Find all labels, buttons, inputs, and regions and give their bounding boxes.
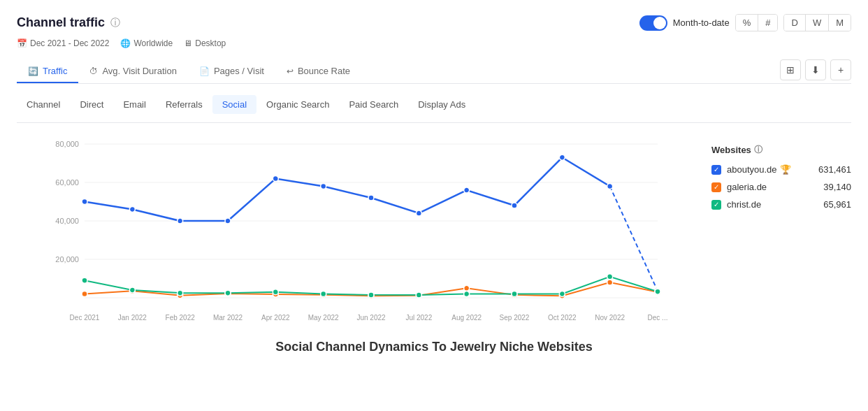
svg-point-60: [607, 274, 613, 280]
svg-text:Nov 2022: Nov 2022: [595, 314, 625, 322]
controls-right: Month-to-date % # D W M: [639, 14, 851, 31]
date-range-item: 📅 Dec 2021 - Dec 2022: [17, 38, 109, 48]
svg-point-55: [368, 292, 374, 298]
toggle-container: Month-to-date: [639, 15, 730, 31]
page-title: Channel traffic: [17, 15, 105, 30]
svg-point-24: [129, 207, 135, 212]
legend: Websites ⓘ ✓ aboutyou.de 🏆 631,461 ✓ gal…: [697, 130, 851, 326]
svg-text:Oct 2022: Oct 2022: [548, 314, 577, 322]
legend-value: 631,461: [818, 164, 851, 175]
legend-title: Websites ⓘ: [711, 144, 851, 156]
week-btn[interactable]: W: [806, 15, 829, 31]
tab-icon: 📄: [199, 66, 210, 76]
legend-label: aboutyou.de 🏆: [727, 164, 791, 175]
channel-tab-channel[interactable]: Channel: [17, 95, 70, 114]
svg-text:Sep 2022: Sep 2022: [500, 314, 530, 322]
svg-point-59: [559, 291, 565, 297]
device-item: 🖥 Desktop: [184, 38, 226, 48]
svg-point-51: [178, 290, 183, 296]
legend-label: christ.de: [727, 199, 761, 210]
device: Desktop: [195, 38, 226, 48]
legend-item-galeriade: ✓ galeria.de 39,140: [711, 182, 851, 192]
legend-checkbox[interactable]: ✓: [711, 165, 721, 175]
svg-point-25: [178, 218, 183, 224]
channel-tab-organic-search[interactable]: Organic Search: [256, 95, 339, 114]
meta-row: 📅 Dec 2021 - Dec 2022 🌐 Worldwide 🖥 Desk…: [17, 38, 851, 48]
svg-line-22: [610, 187, 658, 291]
legend-value: 65,961: [823, 199, 851, 210]
metric-tab-pages---visit[interactable]: 📄Pages / Visit: [188, 60, 275, 83]
format-btn-group: % #: [735, 14, 779, 31]
svg-point-52: [225, 290, 231, 296]
month-to-date-toggle[interactable]: [639, 15, 667, 31]
percent-btn[interactable]: %: [736, 15, 759, 31]
svg-point-27: [273, 176, 278, 182]
chart-container: 80,00060,00040,00020,000Dec 2021Jan 2022…: [17, 130, 851, 326]
region-item: 🌐 Worldwide: [120, 38, 173, 48]
legend-checkbox[interactable]: ✓: [711, 182, 721, 192]
svg-text:40,000: 40,000: [55, 217, 79, 225]
svg-text:Feb 2022: Feb 2022: [166, 314, 196, 322]
svg-point-36: [82, 291, 87, 297]
svg-text:Aug 2022: Aug 2022: [451, 314, 482, 322]
legend-value: 39,140: [823, 182, 851, 192]
metric-tab-avg--visit-duration[interactable]: ⏱Avg. Visit Duration: [78, 60, 187, 83]
channel-tab-display-ads[interactable]: Display Ads: [408, 95, 475, 114]
metric-tab-traffic[interactable]: 🔄Traffic: [17, 60, 78, 83]
legend-label: galeria.de: [727, 182, 767, 192]
svg-text:Dec ...: Dec ...: [648, 314, 668, 322]
legend-items: ✓ aboutyou.de 🏆 631,461 ✓ galeria.de 39,…: [711, 164, 851, 210]
legend-item-aboutyoude: ✓ aboutyou.de 🏆 631,461: [711, 164, 851, 175]
svg-point-54: [321, 291, 326, 297]
svg-point-26: [225, 218, 231, 224]
toggle-label: Month-to-date: [673, 17, 730, 28]
period-btn-group: D W M: [783, 14, 851, 31]
channel-tabs: ChannelDirectEmailReferralsSocialOrganic…: [17, 84, 851, 123]
channel-tab-paid-search[interactable]: Paid Search: [339, 95, 408, 114]
channel-tab-referrals[interactable]: Referrals: [156, 95, 212, 114]
region: Worldwide: [133, 38, 173, 48]
svg-point-44: [464, 285, 470, 291]
channel-tab-direct[interactable]: Direct: [70, 95, 113, 114]
svg-point-49: [82, 277, 87, 283]
svg-point-47: [607, 280, 613, 285]
legend-info-icon: ⓘ: [754, 144, 762, 156]
chart-area: 80,00060,00040,00020,000Dec 2021Jan 2022…: [17, 130, 697, 326]
toolbar-icons: ⊞ ⬇ +: [780, 59, 851, 83]
svg-text:Jun 2022: Jun 2022: [356, 314, 386, 322]
footer-text: Social Channel Dynamics To Jewelry Niche…: [17, 326, 851, 361]
svg-point-28: [321, 184, 326, 189]
svg-point-30: [416, 210, 421, 216]
svg-point-29: [368, 195, 374, 201]
download-btn[interactable]: ⬇: [805, 59, 826, 80]
metric-tabs: 🔄Traffic⏱Avg. Visit Duration📄Pages / Vis…: [17, 60, 361, 82]
svg-text:Dec 2021: Dec 2021: [70, 314, 100, 322]
month-btn[interactable]: M: [829, 15, 851, 31]
svg-text:20,000: 20,000: [55, 255, 79, 264]
info-icon[interactable]: ⓘ: [110, 17, 120, 29]
svg-text:60,000: 60,000: [55, 178, 79, 187]
svg-point-53: [273, 289, 278, 295]
hash-btn[interactable]: #: [758, 15, 777, 31]
add-btn[interactable]: +: [830, 59, 851, 80]
date-range: Dec 2021 - Dec 2022: [30, 38, 109, 48]
calendar-icon: 📅: [17, 38, 27, 48]
svg-point-57: [464, 291, 470, 297]
metric-tab-bounce-rate[interactable]: ↩Bounce Rate: [275, 60, 361, 83]
tab-icon: 🔄: [28, 66, 38, 76]
desktop-icon: 🖥: [184, 38, 192, 48]
chart-svg: 80,00060,00040,00020,000Dec 2021Jan 2022…: [17, 130, 697, 326]
svg-point-33: [559, 154, 565, 160]
svg-text:Jul 2022: Jul 2022: [405, 314, 432, 322]
svg-text:Apr 2022: Apr 2022: [261, 314, 290, 322]
tab-icon: ⏱: [89, 66, 98, 76]
channel-tab-social[interactable]: Social: [212, 95, 256, 114]
legend-checkbox[interactable]: ✓: [711, 200, 721, 210]
channel-tab-email[interactable]: Email: [113, 95, 156, 114]
day-btn[interactable]: D: [784, 15, 805, 31]
tab-icon: ↩: [287, 66, 294, 76]
legend-item-christde: ✓ christ.de 65,961: [711, 199, 851, 210]
svg-point-32: [512, 203, 517, 208]
svg-text:Mar 2022: Mar 2022: [213, 314, 243, 322]
excel-export-btn[interactable]: ⊞: [780, 59, 801, 80]
